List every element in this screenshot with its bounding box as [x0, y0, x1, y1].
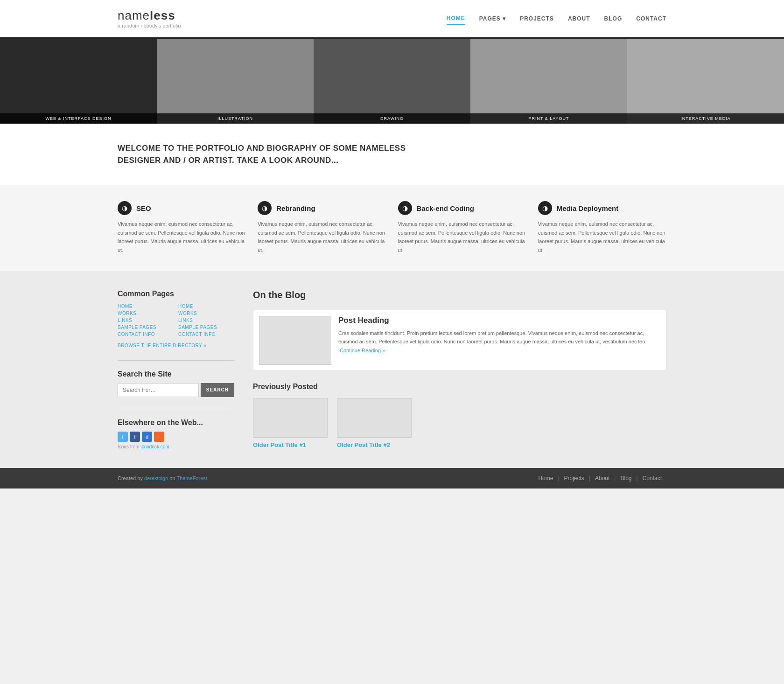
page-link-works-2[interactable]: WORKS: [178, 311, 234, 316]
hero-panel-3-label: DRAWING: [314, 113, 470, 124]
nav-home[interactable]: HOME: [447, 13, 465, 25]
page-link-home-1[interactable]: HOME: [118, 304, 174, 309]
footer-nav-home[interactable]: Home: [533, 475, 558, 482]
main-blog-post: Post Heading Cras sodales mattis tincidu…: [253, 310, 666, 371]
hero-panel-3[interactable]: DRAWING: [314, 39, 470, 124]
credit-prefix: Icons from: [118, 444, 140, 449]
footer-nav-blog[interactable]: Blog: [616, 475, 636, 482]
elsewhere-title: Elsewhere on the Web...: [118, 419, 234, 427]
feature-rebranding-header: ◑ Rebranding: [258, 201, 386, 215]
hero-strip: WEB & INTERFACE DESIGN ILLUSTRATION DRAW…: [0, 37, 784, 124]
footer-nav-contact[interactable]: Contact: [638, 475, 666, 482]
common-pages-title: Common Pages: [118, 290, 234, 298]
hero-panel-4[interactable]: PRINT & LAYOUT: [470, 39, 627, 124]
feature-rebranding: ◑ Rebranding Vivamus neque enim, euismod…: [258, 201, 386, 255]
header: nameless a random nobody's portfolio HOM…: [0, 0, 784, 37]
hero-panel-4-label: PRINT & LAYOUT: [470, 113, 627, 124]
search-section: Search the Site SEARCH: [118, 370, 234, 397]
sidebar: Common Pages HOME HOME WORKS WORKS LINKS…: [118, 290, 234, 449]
footer-nav-about[interactable]: About: [590, 475, 614, 482]
common-pages-section: Common Pages HOME HOME WORKS WORKS LINKS…: [118, 290, 234, 349]
hero-panel-1[interactable]: WEB & INTERFACE DESIGN: [0, 39, 157, 124]
main-post-text: Cras sodales mattis tincidunt. Proin pre…: [338, 329, 660, 355]
feature-rebranding-desc: Vivamus neque enim, euismod nec consecte…: [258, 220, 386, 255]
hero-panel-5-label: INTERACTIVE MEDIA: [627, 113, 784, 124]
page-link-contact-1[interactable]: CONTACT INFO: [118, 332, 174, 337]
older-post-2-thumb: [337, 398, 412, 438]
older-post-1-thumb: [253, 398, 328, 438]
social-delicious-icon[interactable]: d: [142, 432, 152, 442]
main-post-content: Post Heading Cras sodales mattis tincidu…: [338, 316, 660, 365]
icondock-credit: Icons from icondock.com: [118, 444, 234, 449]
social-twitter-icon[interactable]: t: [118, 432, 128, 442]
logo-name-part2: less: [150, 8, 175, 22]
older-post-1-title[interactable]: Older Post Title #1: [253, 441, 328, 448]
sidebar-divider-2: [118, 409, 234, 409]
feature-backend-header: ◑ Back-end Coding: [398, 201, 526, 215]
logo-area: nameless a random nobody's portfolio: [118, 8, 181, 28]
nav-blog[interactable]: BLOG: [604, 13, 623, 24]
older-post-2-title[interactable]: Older Post Title #2: [337, 441, 412, 448]
main-post-body: Cras sodales mattis tincidunt. Proin pre…: [338, 330, 646, 345]
page-link-sample-2[interactable]: SAMPLE PAGES: [178, 325, 234, 330]
footer: Created by derektoigo on ThemeForest Hom…: [0, 468, 784, 489]
hero-panel-5[interactable]: INTERACTIVE MEDIA: [627, 39, 784, 124]
feature-seo: ◑ SEO Vivamus neque enim, euismod nec co…: [118, 201, 246, 255]
welcome-text: WELCOME TO THE PORTFOLIO AND BIOGRAPHY O…: [118, 142, 435, 166]
nav-projects[interactable]: PROJECTS: [520, 13, 554, 24]
feature-backend: ◑ Back-end Coding Vivamus neque enim, eu…: [398, 201, 526, 255]
older-posts-row: Older Post Title #1 Older Post Title #2: [253, 398, 666, 448]
page-link-contact-2[interactable]: CONTACT INFO: [178, 332, 234, 337]
social-facebook-icon[interactable]: f: [130, 432, 140, 442]
footer-credit-middle: on: [168, 475, 176, 481]
search-row: SEARCH: [118, 383, 234, 397]
page-link-works-1[interactable]: WORKS: [118, 311, 174, 316]
continue-reading-link[interactable]: Continue Reading »: [340, 348, 385, 353]
feature-backend-title: Back-end Coding: [417, 204, 474, 212]
icondock-link[interactable]: icondock.com: [140, 444, 169, 449]
feature-seo-title: SEO: [136, 204, 151, 212]
social-rss-icon[interactable]: r: [154, 432, 164, 442]
social-icons-row: t f d r: [118, 432, 234, 442]
footer-credit-link2[interactable]: ThemeForest: [176, 475, 207, 481]
page-link-home-2[interactable]: HOME: [178, 304, 234, 309]
main-post-title: Post Heading: [338, 316, 660, 325]
page-link-sample-1[interactable]: SAMPLE PAGES: [118, 325, 174, 330]
hero-panel-2-label: ILLUSTRATION: [157, 113, 314, 124]
nav-about[interactable]: ABOUT: [568, 13, 590, 24]
blog-section-title: On the Blog: [253, 290, 666, 300]
welcome-section: WELCOME TO THE PORTFOLIO AND BIOGRAPHY O…: [0, 124, 784, 185]
page-link-links-1[interactable]: LINKS: [118, 318, 174, 323]
feature-seo-header: ◑ SEO: [118, 201, 246, 215]
logo-name: nameless: [118, 8, 181, 23]
feature-media-icon: ◑: [538, 201, 552, 215]
main-post-thumbnail: [259, 316, 331, 365]
sidebar-divider-1: [118, 360, 234, 361]
feature-backend-desc: Vivamus neque enim, euismod nec consecte…: [398, 220, 526, 255]
hero-panel-2[interactable]: ILLUSTRATION: [157, 39, 314, 124]
feature-seo-desc: Vivamus neque enim, euismod nec consecte…: [118, 220, 246, 255]
feature-rebranding-title: Rebranding: [276, 204, 315, 212]
search-input[interactable]: [118, 383, 199, 397]
footer-nav-projects[interactable]: Projects: [560, 475, 589, 482]
previously-posted-title: Previously Posted: [253, 383, 666, 391]
footer-credit: Created by derektoigo on ThemeForest: [118, 475, 207, 481]
feature-media-desc: Vivamus neque enim, euismod nec consecte…: [538, 220, 666, 255]
older-post-1: Older Post Title #1: [253, 398, 328, 448]
nav-contact[interactable]: CONTACT: [636, 13, 666, 24]
page-link-links-2[interactable]: LINKS: [178, 318, 234, 323]
features-section: ◑ SEO Vivamus neque enim, euismod nec co…: [0, 185, 784, 271]
hero-panel-1-label: WEB & INTERFACE DESIGN: [0, 113, 157, 124]
logo-name-part1: name: [118, 8, 150, 22]
search-title: Search the Site: [118, 370, 234, 378]
older-post-2: Older Post Title #2: [337, 398, 412, 448]
search-button[interactable]: SEARCH: [201, 383, 234, 397]
browse-directory-link[interactable]: BROWSE THE ENTIRE DIRECTORY »: [118, 343, 206, 348]
main-content: Common Pages HOME HOME WORKS WORKS LINKS…: [0, 271, 784, 468]
footer-credit-link1[interactable]: derektoigo: [144, 475, 168, 481]
logo-tagline: a random nobody's portfolio: [118, 23, 181, 28]
blog-section: On the Blog Post Heading Cras sodales ma…: [253, 290, 666, 449]
nav-pages[interactable]: PAGES ▾: [479, 13, 506, 24]
feature-rebranding-icon: ◑: [258, 201, 272, 215]
common-pages-grid: HOME HOME WORKS WORKS LINKS LINKS SAMPLE…: [118, 304, 234, 337]
